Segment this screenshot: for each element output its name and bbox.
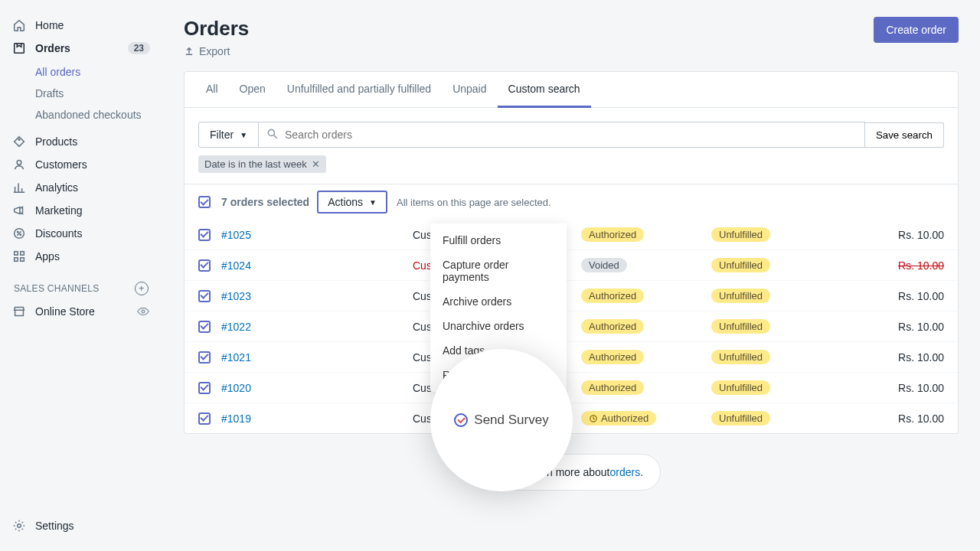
row-checkbox[interactable] bbox=[198, 229, 211, 241]
payment-status-pill: Authorized bbox=[581, 411, 656, 425]
export-label: Export bbox=[199, 45, 230, 57]
nav-online-store[interactable]: Online Store bbox=[6, 300, 156, 323]
tabs: All Open Unfulfilled and partially fulfi… bbox=[185, 72, 958, 108]
dd-archive[interactable]: Archive orders bbox=[430, 289, 567, 314]
nav-marketing[interactable]: Marketing bbox=[6, 199, 156, 222]
tab-unpaid[interactable]: Unpaid bbox=[442, 72, 497, 107]
nav-home[interactable]: Home bbox=[6, 14, 156, 37]
svg-point-10 bbox=[142, 310, 145, 313]
fulfillment-status-pill: Unfulfilled bbox=[711, 380, 770, 395]
store-icon bbox=[12, 305, 26, 318]
svg-rect-9 bbox=[21, 258, 24, 262]
nav-products[interactable]: Products bbox=[6, 130, 156, 153]
tab-custom-search[interactable]: Custom search bbox=[498, 72, 591, 108]
actions-label: Actions bbox=[328, 196, 363, 208]
channels-header: SALES CHANNELS + bbox=[6, 268, 156, 300]
dd-unarchive[interactable]: Unarchive orders bbox=[430, 314, 567, 338]
table-row: #1020CustomerAuthorizedUnfulfilledRs. 10… bbox=[185, 372, 958, 403]
settings-label: Settings bbox=[35, 520, 74, 532]
table-row: #1022CustomerAuthorizedUnfulfilledRs. 10… bbox=[185, 311, 958, 341]
all-selected-text: All items on this page are selected. bbox=[397, 197, 551, 208]
export-link[interactable]: Export bbox=[184, 45, 249, 57]
fulfillment-status-pill: Unfulfilled bbox=[711, 289, 770, 303]
payment-status-pill: Authorized bbox=[581, 350, 644, 364]
fulfillment-status-pill: Unfulfilled bbox=[711, 227, 770, 242]
save-search-button[interactable]: Save search bbox=[865, 122, 944, 148]
nav-abandoned[interactable]: Abandoned checkouts bbox=[29, 104, 156, 126]
nav-home-label: Home bbox=[35, 19, 64, 31]
nav-apps-label: Apps bbox=[35, 250, 60, 262]
fulfillment-status-pill: Unfulfilled bbox=[711, 350, 770, 364]
total-cell: Rs. 10.00 bbox=[849, 412, 944, 425]
filter-chip-date: Date is in the last week ✕ bbox=[198, 155, 326, 173]
tab-unfulfilled[interactable]: Unfulfilled and partially fulfilled bbox=[276, 72, 442, 107]
orders-card: All Open Unfulfilled and partially fulfi… bbox=[184, 71, 959, 434]
orders-table: #1025CustomerAuthorizedUnfulfilledRs. 10… bbox=[185, 220, 958, 433]
row-checkbox[interactable] bbox=[198, 259, 211, 272]
payment-status-pill: Authorized bbox=[581, 380, 644, 395]
actions-button[interactable]: Actions ▼ bbox=[317, 191, 387, 214]
orders-icon bbox=[12, 41, 26, 55]
filter-button[interactable]: Filter ▼ bbox=[198, 122, 259, 148]
nav-orders-label: Orders bbox=[35, 42, 70, 54]
svg-point-12 bbox=[268, 129, 274, 135]
total-cell: Rs. 10.00 bbox=[849, 321, 944, 333]
fulfillment-status-pill: Unfulfilled bbox=[711, 258, 770, 272]
search-input[interactable] bbox=[259, 122, 865, 148]
fulfillment-status-pill: Unfulfilled bbox=[711, 319, 770, 334]
megaphone-icon bbox=[12, 204, 26, 217]
row-checkbox[interactable] bbox=[198, 290, 211, 302]
total-cell: Rs. 10.00 bbox=[849, 351, 944, 364]
row-checkbox[interactable] bbox=[198, 321, 211, 333]
nav-apps[interactable]: Apps bbox=[6, 245, 156, 268]
table-row: #1021CustomerAuthorizedUnfulfilledRs. 10… bbox=[185, 341, 958, 372]
nav-customers-label: Customers bbox=[35, 158, 87, 171]
order-id-link[interactable]: #1020 bbox=[221, 382, 413, 394]
row-checkbox[interactable] bbox=[198, 412, 211, 425]
payment-status-pill: Voided bbox=[581, 258, 627, 272]
orders-badge: 23 bbox=[128, 42, 150, 54]
table-row: #1024CustomerVoidedUnfulfilledRs. 10.00 bbox=[185, 249, 958, 280]
remove-chip-icon[interactable]: ✕ bbox=[312, 158, 320, 170]
send-survey-spotlight[interactable]: Send Survey bbox=[430, 349, 573, 491]
order-id-link[interactable]: #1019 bbox=[221, 412, 413, 425]
order-id-link[interactable]: #1022 bbox=[221, 321, 413, 333]
order-id-link[interactable]: #1023 bbox=[221, 290, 413, 302]
nav-analytics[interactable]: Analytics bbox=[6, 176, 156, 199]
tab-all[interactable]: All bbox=[195, 72, 229, 107]
row-checkbox[interactable] bbox=[198, 382, 211, 394]
select-all-checkbox[interactable] bbox=[198, 196, 211, 208]
nav-customers[interactable]: Customers bbox=[6, 153, 156, 176]
main-content: Orders Export Create order All Open Unfu… bbox=[162, 0, 980, 551]
payment-status-pill: Authorized bbox=[581, 289, 644, 303]
learn-link[interactable]: orders bbox=[609, 466, 640, 478]
send-survey-label: Send Survey bbox=[474, 412, 548, 428]
tab-open[interactable]: Open bbox=[229, 72, 276, 107]
analytics-icon bbox=[12, 181, 26, 194]
svg-point-4 bbox=[17, 231, 18, 232]
payment-status-pill: Authorized bbox=[581, 227, 644, 242]
filter-label: Filter bbox=[210, 129, 234, 141]
nav-discounts[interactable]: Discounts bbox=[6, 222, 156, 245]
order-id-link[interactable]: #1021 bbox=[221, 351, 413, 364]
eye-icon[interactable] bbox=[136, 305, 150, 318]
order-id-link[interactable]: #1025 bbox=[221, 229, 413, 241]
fulfillment-status-pill: Unfulfilled bbox=[711, 411, 770, 425]
svg-rect-6 bbox=[15, 252, 18, 256]
add-channel-icon[interactable]: + bbox=[135, 282, 149, 295]
channels-header-label: SALES CHANNELS bbox=[14, 283, 100, 294]
order-id-link[interactable]: #1024 bbox=[221, 259, 413, 272]
clock-icon bbox=[589, 414, 598, 423]
nav-marketing-label: Marketing bbox=[35, 204, 82, 217]
dd-fulfill[interactable]: Fulfill orders bbox=[430, 228, 567, 253]
dd-capture[interactable]: Capture order payments bbox=[430, 253, 567, 289]
create-order-button[interactable]: Create order bbox=[874, 17, 959, 43]
learn-dot: . bbox=[640, 466, 643, 478]
nav-all-orders[interactable]: All orders bbox=[29, 61, 156, 83]
nav-drafts[interactable]: Drafts bbox=[29, 83, 156, 104]
nav-settings[interactable]: Settings bbox=[6, 514, 156, 537]
nav-orders[interactable]: Orders 23 bbox=[6, 37, 156, 60]
row-checkbox[interactable] bbox=[198, 351, 211, 364]
page-title: Orders bbox=[184, 17, 249, 41]
search-icon bbox=[266, 128, 279, 140]
